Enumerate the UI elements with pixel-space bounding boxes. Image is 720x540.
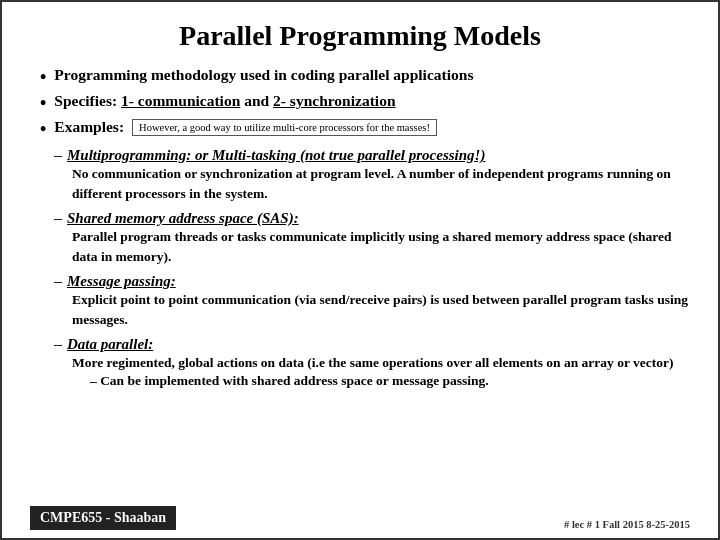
sub-item-4: –Data parallel: More regimented, global … xyxy=(54,335,690,389)
and-text: and xyxy=(240,92,273,109)
sub-item-2-header: –Shared memory address space (SAS): xyxy=(54,209,299,226)
footer-ref: # lec # 1 Fall 2015 8-25-2015 xyxy=(564,519,690,530)
bullet-dot-1: • xyxy=(40,67,46,88)
footer-bar: CMPE655 - Shaaban # lec # 1 Fall 2015 8-… xyxy=(2,506,718,530)
sub-item-list: –Multiprogramming: or Multi-tasking (not… xyxy=(54,146,690,389)
sub-4-body: More regimented, global actions on data … xyxy=(72,353,690,373)
sub-2-body: Parallel program threads or tasks commun… xyxy=(72,227,690,266)
tooltip-box: However, a good way to utilize multi-cor… xyxy=(132,119,437,136)
sub-1-body: No communication or synchronization at p… xyxy=(72,164,690,203)
bullet-text-1: Programming methodology used in coding p… xyxy=(54,66,473,84)
examples-label: Examples: xyxy=(54,118,124,136)
can-implement-label: – Can be implemented with shared address… xyxy=(90,373,489,389)
bullet-dot-3: • xyxy=(40,119,46,140)
sub-3-title: Message passing: xyxy=(67,273,176,289)
bullet-item-3: • Examples: However, a good way to utili… xyxy=(40,118,690,140)
bullet-text-2: Specifies: 1- communication and 2- synch… xyxy=(54,92,395,110)
can-implement-text: – Can be implemented with shared address… xyxy=(90,373,690,389)
sub-3-body: Explicit point to point communication (v… xyxy=(72,290,690,329)
sub-item-2: –Shared memory address space (SAS): Para… xyxy=(54,209,690,266)
bullet-text-3: Examples: However, a good way to utilize… xyxy=(54,118,437,136)
sub-item-3-header: –Message passing: xyxy=(54,272,176,289)
slide-title: Parallel Programming Models xyxy=(30,20,690,52)
sub-item-4-header: –Data parallel: xyxy=(54,335,153,352)
sub-4-title: Data parallel: xyxy=(67,336,153,352)
sub-item-3: –Message passing: Explicit point to poin… xyxy=(54,272,690,329)
bullet-item-2: • Specifies: 1- communication and 2- syn… xyxy=(40,92,690,114)
sub-item-1: –Multiprogramming: or Multi-tasking (not… xyxy=(54,146,690,203)
synchronization-label: 2- synchronization xyxy=(273,92,395,109)
specifies-prefix: Specifies: xyxy=(54,92,121,109)
footer-badge: CMPE655 - Shaaban xyxy=(30,506,176,530)
sub-item-1-header: –Multiprogramming: or Multi-tasking (not… xyxy=(54,146,485,163)
sub-1-title: Multiprogramming: or Multi-tasking (not … xyxy=(67,147,485,163)
bullet-item-1: • Programming methodology used in coding… xyxy=(40,66,690,88)
communication-label: 1- communication xyxy=(121,92,240,109)
sub-2-title: Shared memory address space (SAS): xyxy=(67,210,299,226)
slide: Parallel Programming Models • Programmin… xyxy=(0,0,720,540)
bullet-dot-2: • xyxy=(40,93,46,114)
main-bullet-list: • Programming methodology used in coding… xyxy=(40,66,690,140)
